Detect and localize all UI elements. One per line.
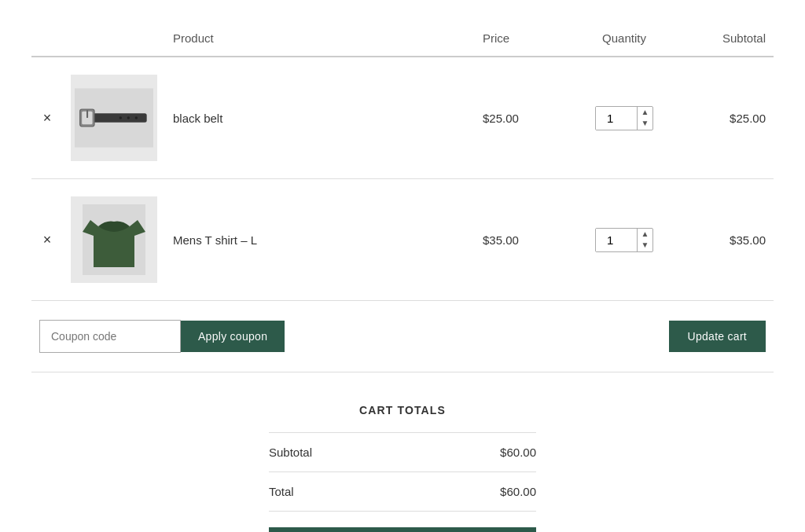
quantity-increment-button[interactable]: ▲: [638, 229, 653, 240]
price-cell: $25.00: [475, 57, 569, 179]
coupon-input[interactable]: [39, 320, 181, 353]
cart-totals-box: CART TOTALS Subtotal $60.00 Total $60.00…: [269, 404, 536, 532]
col-header-remove: [31, 24, 63, 57]
product-name-cell: Mens T shirt – L: [165, 179, 475, 301]
product-image: [71, 196, 157, 283]
total-label: Total: [269, 485, 294, 498]
coupon-row: Apply coupon Update cart: [31, 301, 774, 372]
cart-totals-section: CART TOTALS Subtotal $60.00 Total $60.00…: [31, 404, 774, 532]
apply-coupon-button[interactable]: Apply coupon: [181, 321, 285, 352]
quantity-cell: ▲ ▼: [569, 179, 679, 301]
svg-point-6: [127, 116, 130, 119]
cart-table: Product Price Quantity Subtotal ×: [31, 24, 774, 301]
product-image-cell: [63, 57, 165, 179]
coupon-left: Apply coupon: [39, 320, 285, 353]
remove-cell: ×: [31, 179, 63, 301]
subtotal-cell: $25.00: [679, 57, 774, 179]
svg-rect-4: [86, 110, 88, 118]
subtotal-value: $25.00: [730, 112, 766, 125]
subtotal-row: Subtotal $60.00: [269, 432, 536, 471]
update-cart-button[interactable]: Update cart: [669, 321, 766, 352]
quantity-input[interactable]: [596, 229, 637, 251]
quantity-decrement-button[interactable]: ▼: [638, 240, 653, 251]
table-header-row: Product Price Quantity Subtotal: [31, 24, 774, 57]
product-name: Mens T shirt – L: [173, 233, 257, 247]
subtotal-value: $35.00: [730, 233, 766, 247]
quantity-stepper[interactable]: ▲ ▼: [595, 228, 654, 252]
col-header-product: Product: [165, 24, 475, 57]
product-image: [71, 75, 157, 161]
proceed-to-checkout-button[interactable]: Proceed to checkout: [269, 527, 536, 532]
cart-totals-title: CART TOTALS: [269, 404, 536, 416]
quantity-spinners: ▲ ▼: [637, 229, 653, 251]
subtotal-label: Subtotal: [269, 446, 312, 459]
quantity-increment-button[interactable]: ▲: [638, 107, 653, 119]
quantity-cell: ▲ ▼: [569, 57, 679, 179]
subtotal-value: $60.00: [500, 446, 536, 459]
price-value: $25.00: [483, 112, 519, 125]
table-row: × black belt $25.00: [31, 57, 774, 179]
svg-point-5: [119, 116, 122, 119]
price-value: $35.00: [483, 233, 519, 247]
remove-cell: ×: [31, 57, 63, 179]
col-header-price: Price: [475, 24, 569, 57]
col-header-subtotal: Subtotal: [679, 24, 774, 57]
quantity-decrement-button[interactable]: ▼: [638, 118, 653, 130]
subtotal-cell: $35.00: [679, 179, 774, 301]
col-header-image: [63, 24, 165, 57]
quantity-input[interactable]: [596, 107, 637, 130]
product-name-cell: black belt: [165, 57, 475, 179]
quantity-stepper[interactable]: ▲ ▼: [595, 106, 654, 130]
remove-item-button[interactable]: ×: [40, 108, 55, 128]
remove-item-button[interactable]: ×: [40, 229, 55, 250]
quantity-spinners: ▲ ▼: [637, 107, 653, 130]
product-image-cell: [63, 179, 165, 301]
total-value: $60.00: [500, 485, 536, 498]
price-cell: $35.00: [475, 179, 569, 301]
cart-container: Product Price Quantity Subtotal ×: [0, 0, 805, 532]
total-row: Total $60.00: [269, 471, 536, 512]
svg-point-7: [135, 116, 138, 119]
product-name: black belt: [173, 112, 222, 125]
col-header-quantity: Quantity: [569, 24, 679, 57]
table-row: × Mens T shirt – L $35.00: [31, 179, 774, 301]
